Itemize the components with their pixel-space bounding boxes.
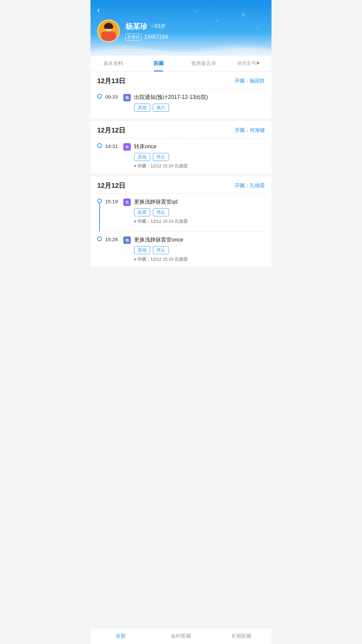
tag-stop-1528: 停止 bbox=[153, 246, 169, 254]
id-badge: 患者ID bbox=[125, 34, 141, 41]
order-type-badge-chang: 长 bbox=[123, 143, 131, 151]
doctor-label-dec13: 开嘱：杨国胜 bbox=[235, 78, 265, 84]
order-item-0933: 09:33 临 出院通知(预计2017-12-13出院) 其他 执行 bbox=[97, 89, 265, 118]
date-label-dec13: 12月13日 bbox=[97, 76, 126, 86]
wave-decoration bbox=[90, 42, 272, 56]
timeline-dot-1431 bbox=[97, 143, 102, 148]
order-item-1431: 14:31 长 转床once 其他 停止 停嘱：12/12 15:24 孔德霞 bbox=[97, 139, 265, 174]
order-content-1431: 转床once 其他 停止 停嘱：12/12 15:24 孔德霞 bbox=[134, 143, 265, 169]
order-title-1528: 更换浅静脉置管once bbox=[134, 236, 265, 244]
header: ‹ 杨某珍 ♀93岁 患者ID 13457184 bbox=[90, 0, 272, 56]
order-type-badge-lin: 临 bbox=[123, 94, 131, 101]
tag-stop-1431: 停止 bbox=[153, 153, 169, 161]
order-tags-1528: 其他 停止 bbox=[134, 246, 265, 254]
order-tags-1431: 其他 停止 bbox=[134, 153, 265, 161]
tab-basic-info[interactable]: 基本资料 bbox=[90, 56, 136, 71]
tab-orders[interactable]: 医嘱 bbox=[136, 56, 181, 71]
date-label-dec12-he: 12月12日 bbox=[97, 126, 126, 135]
timeline-left bbox=[97, 94, 102, 99]
stop-dot-1519 bbox=[134, 220, 136, 222]
order-time: 09:33 bbox=[105, 94, 120, 100]
date-label-dec12-kong: 12月12日 bbox=[97, 181, 126, 190]
date-section-dec12-kong: 12月12日 开嘱：孔德霞 15:19 长 更换浅静脉置管qd 处置 停止 bbox=[90, 176, 272, 267]
date-header-dec12-he: 12月12日 开嘱：何海键 bbox=[90, 121, 272, 138]
order-title-1431: 转床once bbox=[134, 143, 265, 150]
patient-name-row: 杨某珍 ♀93岁 bbox=[125, 21, 168, 32]
order-type-badge-lin-1528: 临 bbox=[123, 236, 131, 244]
order-content-1528: 更换浅静脉置管once 其他 停止 停嘱：12/12 15:24 孔德霞 bbox=[134, 236, 265, 262]
tag-other: 其他 bbox=[134, 104, 150, 112]
order-title-1519: 更换浅静脉置管qd bbox=[134, 199, 265, 206]
stop-info-1431: 停嘱：12/12 15:24 孔德霞 bbox=[134, 163, 265, 169]
timeline-dot-1519 bbox=[97, 199, 102, 203]
order-content: 出院通知(预计2017-12-13出院) 其他 执行 bbox=[134, 94, 265, 114]
patient-name: 杨某珍 bbox=[125, 21, 147, 32]
patient-id-row: 患者ID 13457184 bbox=[125, 34, 168, 41]
patient-details: 杨某珍 ♀93岁 患者ID 13457184 bbox=[125, 21, 168, 41]
timeline-left-1519 bbox=[97, 199, 102, 231]
patient-id-number: 13457184 bbox=[144, 34, 168, 40]
tab-medical-records[interactable]: 病历文书▶ bbox=[226, 56, 272, 71]
timeline-left-1528 bbox=[97, 236, 102, 241]
doctor-label-dec12-kong: 开嘱：孔德霞 bbox=[235, 182, 265, 189]
tag-stop-1519: 停止 bbox=[153, 208, 169, 216]
content-area: 12月13日 开嘱：杨国胜 09:33 临 出院通知(预计2017-12-13出… bbox=[90, 72, 272, 290]
patient-gender-age: ♀93岁 bbox=[150, 23, 166, 30]
order-title: 出院通知(预计2017-12-13出院) bbox=[134, 94, 265, 101]
back-button[interactable]: ‹ bbox=[97, 6, 100, 15]
tag-other-1528: 其他 bbox=[134, 246, 150, 254]
order-tags: 其他 执行 bbox=[134, 104, 265, 112]
date-section-dec13: 12月13日 开嘱：杨国胜 09:33 临 出院通知(预计2017-12-13出… bbox=[90, 72, 272, 118]
patient-info: 杨某珍 ♀93岁 患者ID 13457184 bbox=[97, 19, 265, 42]
stop-dot-1528 bbox=[134, 258, 136, 260]
tab-rounds-notes[interactable]: 查房备忘录 bbox=[181, 56, 226, 71]
tag-execute: 执行 bbox=[153, 104, 169, 112]
order-list-dec13: 09:33 临 出院通知(预计2017-12-13出院) 其他 执行 bbox=[90, 89, 272, 118]
order-list-dec12-kong: 15:19 长 更换浅静脉置管qd 处置 停止 停嘱：12/12 15:24 孔… bbox=[90, 194, 272, 267]
date-header-dec12-kong: 12月12日 开嘱：孔德霞 bbox=[90, 176, 272, 194]
order-item-1528: 15:28 临 更换浅静脉置管once 其他 停止 停嘱：12/12 15:24… bbox=[97, 232, 265, 267]
tabs-bar: 基本资料 医嘱 查房备忘录 病历文书▶ bbox=[90, 56, 272, 72]
timeline-line-1519 bbox=[99, 203, 100, 231]
order-item-1519: 15:19 长 更换浅静脉置管qd 处置 停止 停嘱：12/12 15:24 孔… bbox=[97, 194, 265, 232]
timeline-dot-1528 bbox=[97, 236, 102, 241]
avatar bbox=[97, 19, 120, 42]
stop-info-1528: 停嘱：12/12 15:24 孔德霞 bbox=[134, 256, 265, 262]
stop-info-1519: 停嘱：12/12 15:24 孔德霞 bbox=[134, 218, 265, 224]
order-time-1519: 15:19 bbox=[105, 199, 120, 211]
order-list-dec12-he: 14:31 长 转床once 其他 停止 停嘱：12/12 15:24 孔德霞 bbox=[90, 139, 272, 174]
timeline-dot bbox=[97, 94, 102, 99]
order-time-1431: 14:31 bbox=[105, 143, 120, 149]
doctor-label-dec12-he: 开嘱：何海键 bbox=[235, 127, 265, 133]
tag-process-1519: 处置 bbox=[134, 208, 150, 216]
order-content-1519: 更换浅静脉置管qd 处置 停止 停嘱：12/12 15:24 孔德霞 bbox=[134, 199, 265, 231]
order-type-badge-chang-1519: 长 bbox=[123, 199, 131, 206]
tag-other-1431: 其他 bbox=[134, 153, 150, 161]
order-tags-1519: 处置 停止 bbox=[134, 208, 265, 216]
date-header-dec13: 12月13日 开嘱：杨国胜 bbox=[90, 72, 272, 89]
timeline-left-1431 bbox=[97, 143, 102, 148]
date-section-dec12-he: 12月12日 开嘱：何海键 14:31 长 转床once 其他 停止 bbox=[90, 121, 272, 174]
stop-dot bbox=[134, 165, 136, 167]
order-time-1528: 15:28 bbox=[105, 236, 120, 242]
